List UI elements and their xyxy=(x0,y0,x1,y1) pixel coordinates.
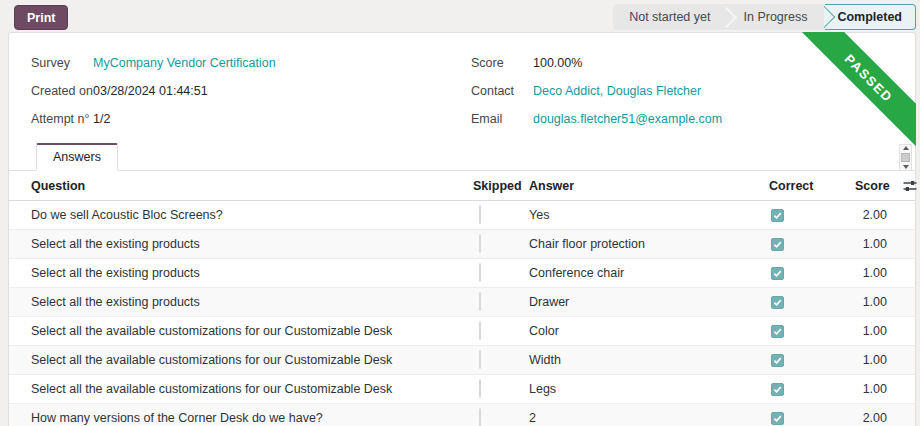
answer-cell: Chair floor protection xyxy=(529,237,769,251)
survey-link[interactable]: MyCompany Vendor Certification xyxy=(93,56,276,70)
stage-not-started[interactable]: Not started yet xyxy=(613,4,726,30)
stage-completed-label: Completed xyxy=(837,10,902,24)
answer-cell: Drawer xyxy=(529,295,769,309)
info-left-column: Survey MyCompany Vendor Certification Cr… xyxy=(9,49,462,133)
stage-in-progress[interactable]: In Progress xyxy=(727,4,823,30)
answer-cell: Color xyxy=(529,324,769,338)
tab-answers[interactable]: Answers xyxy=(36,143,118,171)
table-row: Select all the available customizations … xyxy=(9,317,915,346)
score-cell: 1.00 xyxy=(855,295,895,309)
check-icon xyxy=(773,327,782,336)
table-row: Select all the available customizations … xyxy=(9,375,915,404)
survey-user-input-page: Print Not started yet In Progress Comple… xyxy=(0,0,920,426)
email-link[interactable]: douglas.fletcher51@example.com xyxy=(533,112,722,126)
question-cell: Select all the existing products xyxy=(31,237,473,251)
correct-checkbox[interactable] xyxy=(771,267,784,280)
check-icon xyxy=(773,298,782,307)
skipped-checkbox[interactable] xyxy=(479,205,481,224)
skipped-checkbox[interactable] xyxy=(479,263,481,282)
table-row: Select all the existing products Drawer … xyxy=(9,288,915,317)
question-cell: Select all the available customizations … xyxy=(31,353,473,367)
record-card: PASSED Survey MyCompany Vendor Certifica… xyxy=(8,32,916,426)
notebook-tabbar: Answers xyxy=(9,143,915,171)
status-pill-inactive: Not started yet In Progress xyxy=(613,4,829,30)
field-score: Score 100.00% xyxy=(471,49,915,77)
answer-cell: 2 xyxy=(529,411,769,425)
question-cell: Select all the available customizations … xyxy=(31,324,473,338)
score-value: 100.00% xyxy=(533,56,582,70)
check-icon xyxy=(773,211,782,220)
question-cell: Select all the existing products xyxy=(31,266,473,280)
header-answer[interactable]: Answer xyxy=(529,179,769,193)
answer-cell: Legs xyxy=(529,382,769,396)
info-section: Survey MyCompany Vendor Certification Cr… xyxy=(9,33,915,133)
field-email: Email douglas.fletcher51@example.com xyxy=(471,105,915,133)
field-survey: Survey MyCompany Vendor Certification xyxy=(31,49,462,77)
correct-checkbox[interactable] xyxy=(771,412,784,425)
score-cell: 1.00 xyxy=(855,324,895,338)
skipped-checkbox[interactable] xyxy=(479,350,481,369)
table-row: Select all the existing products Confere… xyxy=(9,259,915,288)
score-cell: 1.00 xyxy=(855,237,895,251)
score-cell: 1.00 xyxy=(855,353,895,367)
skipped-checkbox[interactable] xyxy=(479,321,481,340)
header-skipped[interactable]: Skipped xyxy=(473,179,529,193)
scrollbar-down-icon[interactable] xyxy=(903,165,909,169)
question-cell: Select all the existing products xyxy=(31,295,473,309)
skipped-checkbox[interactable] xyxy=(479,379,481,398)
scrollbar-up-icon[interactable] xyxy=(903,146,909,150)
answer-cell: Yes xyxy=(529,208,769,222)
check-icon xyxy=(773,414,782,423)
top-toolbar: Print Not started yet In Progress Comple… xyxy=(0,0,920,32)
correct-checkbox[interactable] xyxy=(771,238,784,251)
answer-cell: Width xyxy=(529,353,769,367)
score-cell: 2.00 xyxy=(855,208,895,222)
skipped-checkbox[interactable] xyxy=(479,234,481,253)
field-contact-label: Contact xyxy=(471,84,533,98)
correct-checkbox[interactable] xyxy=(771,383,784,396)
field-email-label: Email xyxy=(471,112,533,126)
question-cell: How many versions of the Corner Desk do … xyxy=(31,411,473,425)
question-cell: Select all the available customizations … xyxy=(31,382,473,396)
field-created-on: Created on 03/28/2024 01:44:51 xyxy=(31,77,462,105)
header-score[interactable]: Score xyxy=(855,179,895,193)
sliders-icon xyxy=(903,179,917,193)
field-survey-label: Survey xyxy=(31,56,93,70)
field-score-label: Score xyxy=(471,56,533,70)
scrollbar-thumb[interactable] xyxy=(901,153,910,162)
answers-table-header: Question Skipped Answer Correct Score xyxy=(9,171,915,201)
skipped-checkbox[interactable] xyxy=(479,292,481,311)
table-row: Select all the existing products Chair f… xyxy=(9,230,915,259)
optional-columns-button[interactable] xyxy=(901,177,919,195)
check-icon xyxy=(773,269,782,278)
created-on-value: 03/28/2024 01:44:51 xyxy=(93,84,208,98)
answer-cell: Conference chair xyxy=(529,266,769,280)
table-row: Select all the available customizations … xyxy=(9,346,915,375)
question-cell: Do we sell Acoustic Bloc Screens? xyxy=(31,208,473,222)
score-cell: 1.00 xyxy=(855,382,895,396)
correct-checkbox[interactable] xyxy=(771,296,784,309)
correct-checkbox[interactable] xyxy=(771,209,784,222)
info-right-column: Score 100.00% Contact Deco Addict, Dougl… xyxy=(462,49,915,133)
correct-checkbox[interactable] xyxy=(771,325,784,338)
vertical-scrollbar[interactable] xyxy=(899,144,912,171)
attempt-value: 1/2 xyxy=(93,112,110,126)
contact-link[interactable]: Deco Addict, Douglas Fletcher xyxy=(533,84,701,98)
correct-checkbox[interactable] xyxy=(771,354,784,367)
print-button[interactable]: Print xyxy=(14,5,68,30)
status-pipeline: Not started yet In Progress Completed xyxy=(613,4,916,30)
header-correct[interactable]: Correct xyxy=(769,179,855,193)
answers-table-body: Do we sell Acoustic Bloc Screens? Yes 2.… xyxy=(9,201,915,426)
stage-completed[interactable]: Completed xyxy=(825,4,916,30)
field-contact: Contact Deco Addict, Douglas Fletcher xyxy=(471,77,915,105)
table-row: How many versions of the Corner Desk do … xyxy=(9,404,915,426)
score-cell: 2.00 xyxy=(855,411,895,425)
check-icon xyxy=(773,356,782,365)
table-row: Do we sell Acoustic Bloc Screens? Yes 2.… xyxy=(9,201,915,230)
score-cell: 1.00 xyxy=(855,266,895,280)
field-attempt: Attempt n° 1/2 xyxy=(31,105,462,133)
header-question[interactable]: Question xyxy=(31,179,473,193)
field-created-on-label: Created on xyxy=(31,84,93,98)
field-attempt-label: Attempt n° xyxy=(31,112,93,126)
skipped-checkbox[interactable] xyxy=(479,408,481,426)
